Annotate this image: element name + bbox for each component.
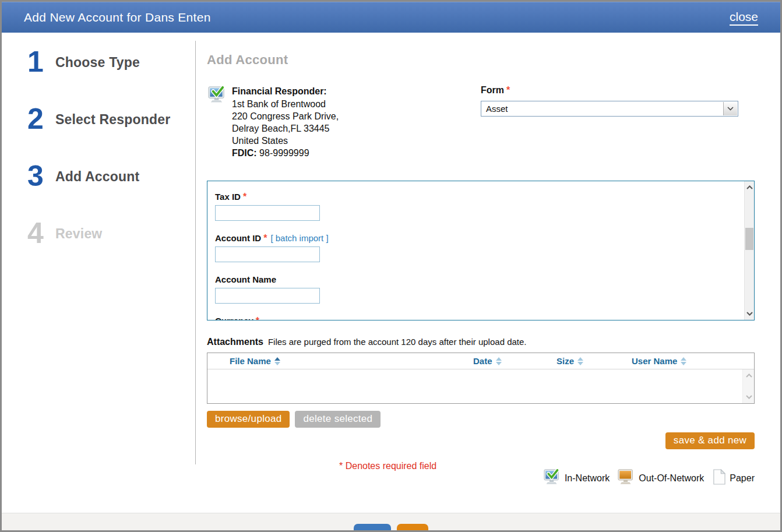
step-label: Select Responder bbox=[55, 112, 171, 128]
modal-header: Add New Account for Dans Enten close bbox=[2, 2, 780, 33]
column-size[interactable]: Size bbox=[556, 356, 632, 366]
delete-selected-button[interactable]: delete selected bbox=[295, 411, 381, 428]
form-select[interactable]: Asset bbox=[481, 101, 738, 117]
account-id-group: Account ID*[ batch import ] bbox=[215, 233, 754, 262]
step-label: Choose Type bbox=[55, 55, 140, 71]
save-button[interactable]: save bbox=[397, 524, 428, 532]
account-id-input[interactable] bbox=[215, 246, 320, 262]
back-button[interactable]: back bbox=[354, 524, 391, 532]
attachments-table-body bbox=[207, 369, 754, 403]
sort-icon bbox=[577, 357, 583, 365]
step-label: Review bbox=[55, 226, 102, 242]
responder-label: Financial Responder: bbox=[232, 85, 339, 98]
step-number: 2 bbox=[27, 105, 54, 133]
chevron-down-icon[interactable] bbox=[723, 102, 737, 115]
form-field-block: Form* Asset bbox=[481, 85, 738, 117]
legend-in-network: In-Network bbox=[544, 469, 610, 487]
currency-group: Currency* bbox=[215, 316, 754, 320]
sort-icon bbox=[681, 357, 686, 365]
main-panel: Add Account bbox=[195, 33, 780, 530]
tax-id-input[interactable] bbox=[215, 205, 320, 221]
financial-responder-block: Financial Responder: 1st Bank of Brentwo… bbox=[207, 85, 475, 159]
legend-paper: Paper bbox=[712, 469, 755, 487]
save-add-new-button[interactable]: save & add new bbox=[665, 432, 755, 449]
attachments-scrollbar[interactable] bbox=[742, 369, 754, 403]
network-legend: In-Network Out-Of-Ne bbox=[544, 469, 755, 487]
add-account-modal: Add New Account for Dans Enten close 1 C… bbox=[0, 0, 782, 532]
responder-country: United States bbox=[232, 135, 339, 147]
required-field-note: * Denotes required field bbox=[339, 461, 436, 471]
browse-upload-button[interactable]: browse/upload bbox=[207, 411, 290, 428]
tax-id-label: Tax ID bbox=[215, 192, 241, 202]
sort-icon bbox=[496, 357, 502, 365]
column-user-name[interactable]: User Name bbox=[632, 356, 754, 366]
step-number: 3 bbox=[27, 162, 54, 190]
responder-street: 220 Congress Park Drive, bbox=[232, 110, 339, 122]
step-label: Add Account bbox=[55, 169, 139, 185]
required-asterisk: * bbox=[243, 192, 246, 202]
scroll-up-icon[interactable] bbox=[745, 182, 755, 192]
step-number: 1 bbox=[27, 48, 54, 76]
attachments-table-header: File Name Date Size User Name bbox=[207, 353, 754, 369]
account-name-label: Account Name bbox=[215, 274, 276, 284]
form-select-value: Asset bbox=[486, 104, 508, 114]
scroll-up-icon[interactable] bbox=[743, 371, 755, 380]
required-asterisk: * bbox=[506, 85, 510, 95]
close-link[interactable]: close bbox=[730, 10, 758, 26]
modal-title: Add New Account for Dans Enten bbox=[24, 10, 211, 24]
modal-body: 1 Choose Type 2 Select Responder 3 Add A… bbox=[2, 33, 780, 530]
wizard-steps: 1 Choose Type 2 Select Responder 3 Add A… bbox=[2, 33, 195, 530]
in-network-icon bbox=[544, 469, 561, 487]
tax-id-group: Tax ID* bbox=[215, 192, 754, 221]
modal-footer: back save bbox=[2, 513, 780, 530]
wizard-step-select-responder[interactable]: 2 Select Responder bbox=[27, 105, 195, 133]
attachments-title: Attachments bbox=[207, 337, 263, 347]
wizard-step-choose-type[interactable]: 1 Choose Type bbox=[27, 48, 195, 76]
sort-icon bbox=[274, 357, 280, 365]
wizard-step-review: 4 Review bbox=[27, 219, 195, 247]
responder-name: 1st Bank of Brentwood bbox=[232, 98, 339, 110]
in-network-monitor-check-icon bbox=[208, 86, 226, 159]
form-select-label: Form bbox=[481, 85, 504, 95]
account-id-label: Account ID bbox=[215, 233, 261, 243]
column-file-name[interactable]: File Name bbox=[207, 356, 473, 366]
out-of-network-icon bbox=[618, 469, 635, 487]
page-title: Add Account bbox=[207, 52, 755, 68]
legend-out-of-network: Out-Of-Network bbox=[618, 469, 704, 487]
required-asterisk: * bbox=[256, 316, 259, 320]
fdic-value: 98-9999999 bbox=[259, 148, 309, 158]
scroll-down-icon[interactable] bbox=[743, 392, 755, 402]
wizard-step-add-account[interactable]: 3 Add Account bbox=[27, 162, 195, 190]
account-name-group: Account Name bbox=[215, 274, 754, 304]
paper-icon bbox=[712, 469, 725, 487]
responder-fdic: FDIC: 98-9999999 bbox=[232, 147, 339, 159]
currency-label: Currency bbox=[215, 316, 253, 320]
batch-import-link[interactable]: [ batch import ] bbox=[270, 233, 328, 243]
sidebar-divider bbox=[195, 41, 196, 464]
required-asterisk: * bbox=[263, 233, 267, 243]
account-name-input[interactable] bbox=[215, 288, 320, 304]
scrollbar-thumb[interactable] bbox=[745, 228, 753, 250]
account-fields-panel: Tax ID* Account ID*[ batch import ] Acco… bbox=[207, 181, 755, 320]
column-date[interactable]: Date bbox=[473, 356, 556, 366]
responder-city: Delray Beach,FL 33445 bbox=[232, 122, 339, 135]
fdic-label: FDIC: bbox=[232, 148, 257, 158]
step-number: 4 bbox=[27, 219, 54, 247]
attachments-header: AttachmentsFiles are purged from the acc… bbox=[207, 337, 755, 347]
attachments-table: File Name Date Size User Name bbox=[207, 353, 755, 404]
scroll-down-icon[interactable] bbox=[745, 309, 755, 319]
responder-row: Financial Responder: 1st Bank of Brentwo… bbox=[207, 85, 755, 164]
attachments-note: Files are purged from the account 120 da… bbox=[268, 337, 527, 347]
panel-scrollbar[interactable] bbox=[744, 181, 754, 320]
